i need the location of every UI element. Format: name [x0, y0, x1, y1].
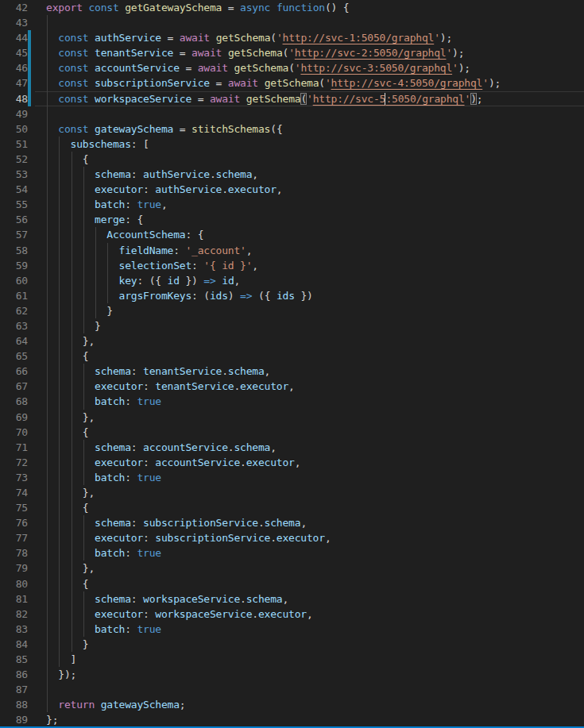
line-number[interactable]: 76 [0, 515, 38, 530]
code-line[interactable]: 70 { [0, 425, 584, 440]
code-line[interactable]: 54 executor: authService.executor, [0, 182, 584, 197]
code-line[interactable]: 57 AccountSchema: { [0, 227, 584, 242]
code-line[interactable]: 79 }, [0, 560, 584, 576]
line-number[interactable]: 83 [0, 622, 38, 637]
code-line[interactable]: 82 executor: workspaceService.executor, [0, 607, 584, 622]
line-number[interactable]: 79 [0, 560, 38, 576]
code-line-content[interactable]: executor: workspaceService.executor, [38, 607, 584, 622]
git-modified-indicator[interactable] [28, 60, 31, 75]
code-line-content[interactable]: schema: authService.schema, [38, 167, 584, 182]
line-number[interactable]: 44 [0, 30, 38, 45]
line-number[interactable]: 67 [0, 379, 38, 394]
line-number[interactable]: 72 [0, 455, 38, 470]
code-line-content[interactable]: batch: true [38, 394, 584, 409]
line-number[interactable]: 81 [0, 591, 38, 607]
code-line-content[interactable]: executor: authService.executor, [38, 182, 584, 197]
code-line-content[interactable]: }, [38, 560, 584, 576]
line-number[interactable]: 84 [0, 637, 38, 652]
code-line[interactable]: 84 } [0, 637, 584, 652]
code-line[interactable]: 47 const subscriptionService = await get… [0, 75, 584, 91]
code-line[interactable]: 69 }, [0, 410, 584, 425]
code-line-content[interactable]: ] [38, 652, 584, 667]
code-line[interactable]: 88 return gatewaySchema; [0, 697, 584, 712]
line-number[interactable]: 46 [0, 60, 38, 75]
line-number[interactable]: 42 [0, 0, 38, 15]
code-line[interactable]: 78 batch: true [0, 545, 584, 560]
code-line-content[interactable]: { [38, 425, 584, 440]
code-line[interactable]: 68 batch: true [0, 394, 584, 409]
code-line[interactable]: 49 [0, 106, 584, 121]
code-line-content[interactable]: { [38, 349, 584, 364]
line-number[interactable]: 48 [0, 91, 38, 106]
code-line[interactable]: 71 schema: accountService.schema, [0, 440, 584, 455]
code-line[interactable]: 61 argsFromKeys: (ids) => ({ ids }) [0, 288, 584, 303]
code-line-content[interactable]: schema: subscriptionService.schema, [38, 515, 584, 530]
code-line-content[interactable]: subschemas: [ [38, 137, 584, 152]
code-line[interactable]: 85 ] [0, 652, 584, 667]
line-number[interactable]: 56 [0, 212, 38, 227]
code-line[interactable]: 52 { [0, 152, 584, 167]
code-line[interactable]: 60 key: ({ id }) => id, [0, 273, 584, 288]
line-number[interactable]: 57 [0, 227, 38, 242]
line-number[interactable]: 82 [0, 607, 38, 622]
code-line[interactable]: 65 { [0, 349, 584, 364]
line-number[interactable]: 77 [0, 530, 38, 545]
code-line[interactable]: 72 executor: accountService.executor, [0, 455, 584, 470]
code-line[interactable]: 53 schema: authService.schema, [0, 167, 584, 182]
code-line-content[interactable]: executor: tenantService.executor, [38, 379, 584, 394]
line-number[interactable]: 73 [0, 470, 38, 485]
code-line-content[interactable] [38, 682, 584, 697]
code-line[interactable]: 50 const gatewaySchema = stitchSchemas({ [0, 121, 584, 137]
code-line-content[interactable] [38, 106, 584, 121]
code-line-content[interactable]: batch: true [38, 470, 584, 485]
code-line-content[interactable]: const accountService = await getSchema('… [38, 60, 584, 75]
code-line-content[interactable]: return gatewaySchema; [38, 697, 584, 712]
git-modified-indicator[interactable] [28, 75, 31, 91]
code-line-content[interactable]: { [38, 152, 584, 167]
line-number[interactable]: 64 [0, 333, 38, 349]
line-number[interactable]: 61 [0, 288, 38, 303]
code-line[interactable]: 58 fieldName: '_account', [0, 243, 584, 258]
code-line[interactable]: 56 merge: { [0, 212, 584, 227]
code-line[interactable]: 73 batch: true [0, 470, 584, 485]
line-number[interactable]: 43 [0, 15, 38, 30]
code-line[interactable]: 87 [0, 682, 584, 697]
git-modified-indicator[interactable] [28, 30, 31, 45]
code-line[interactable]: 55 batch: true, [0, 197, 584, 212]
code-line-content[interactable] [38, 15, 584, 30]
code-line[interactable]: 83 batch: true [0, 622, 584, 637]
line-number[interactable]: 58 [0, 243, 38, 258]
code-line-content[interactable]: argsFromKeys: (ids) => ({ ids }) [38, 288, 584, 303]
code-line[interactable]: 66 schema: tenantService.schema, [0, 364, 584, 379]
code-line-content[interactable]: const authService = await getSchema('htt… [38, 30, 584, 45]
line-number[interactable]: 55 [0, 197, 38, 212]
line-number[interactable]: 49 [0, 106, 38, 121]
code-line-content[interactable]: } [38, 318, 584, 333]
line-number[interactable]: 62 [0, 303, 38, 318]
line-number[interactable]: 68 [0, 394, 38, 409]
code-line[interactable]: 75 { [0, 500, 584, 515]
code-line[interactable]: 59 selectionSet: '{ id }', [0, 258, 584, 273]
code-line-content[interactable]: executor: subscriptionService.executor, [38, 530, 584, 545]
code-line[interactable]: 80 { [0, 576, 584, 591]
line-number[interactable]: 85 [0, 652, 38, 667]
line-number[interactable]: 80 [0, 576, 38, 591]
git-modified-indicator[interactable] [28, 91, 31, 106]
line-number[interactable]: 50 [0, 121, 38, 137]
code-line-content[interactable]: }, [38, 410, 584, 425]
line-number[interactable]: 53 [0, 167, 38, 182]
code-line[interactable]: 46 const accountService = await getSchem… [0, 60, 584, 75]
code-line-content[interactable]: key: ({ id }) => id, [38, 273, 584, 288]
code-line[interactable]: 44 const authService = await getSchema('… [0, 30, 584, 45]
code-line-content[interactable]: AccountSchema: { [38, 227, 584, 242]
line-number[interactable]: 59 [0, 258, 38, 273]
line-number[interactable]: 75 [0, 500, 38, 515]
line-number[interactable]: 78 [0, 545, 38, 560]
line-number[interactable]: 71 [0, 440, 38, 455]
code-line[interactable]: 62 } [0, 303, 584, 318]
line-number[interactable]: 88 [0, 697, 38, 712]
code-line-content[interactable]: const gatewaySchema = stitchSchemas({ [38, 121, 584, 137]
code-line[interactable]: 67 executor: tenantService.executor, [0, 379, 584, 394]
line-number[interactable]: 60 [0, 273, 38, 288]
code-line[interactable]: 74 }, [0, 485, 584, 500]
